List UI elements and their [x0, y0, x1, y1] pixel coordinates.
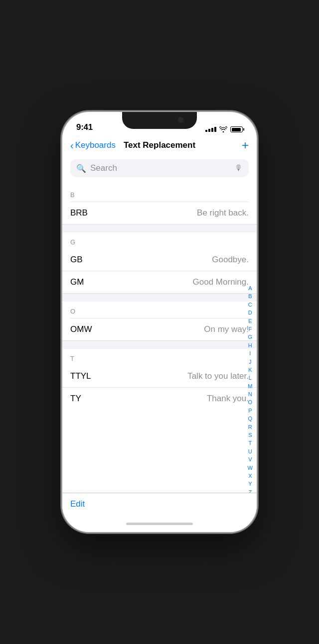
back-button[interactable]: ‹ Keyboards — [70, 140, 116, 150]
phrase-label: Be right back. — [197, 208, 249, 218]
index-letter-p[interactable]: P — [248, 407, 252, 415]
index-letter-i[interactable]: I — [249, 350, 251, 357]
index-letter-g[interactable]: G — [248, 333, 253, 341]
search-input[interactable]: Search — [90, 163, 231, 173]
status-time: 9:41 — [76, 122, 93, 132]
nav-header: ‹ Keyboards Text Replacement + — [62, 135, 257, 155]
signal-bars-icon — [205, 127, 216, 132]
page-title: Text Replacement — [124, 140, 195, 150]
home-indicator — [62, 515, 257, 532]
index-letter-l[interactable]: L — [249, 374, 252, 382]
empty-space — [62, 410, 257, 493]
index-letter-u[interactable]: U — [248, 448, 252, 455]
phrase-label: On my way! — [204, 324, 249, 334]
status-bar: 9:41 — [62, 112, 257, 135]
bottom-toolbar: Edit — [62, 493, 257, 515]
index-letter-h[interactable]: H — [248, 342, 252, 349]
section-header-o: O — [62, 302, 257, 318]
index-letter-r[interactable]: R — [248, 424, 252, 431]
phrase-label: Talk to you later. — [187, 371, 249, 381]
shortcut-label: GM — [70, 277, 84, 287]
edit-button[interactable]: Edit — [70, 499, 85, 509]
table-row[interactable]: OMWOn my way! — [62, 319, 257, 341]
index-letter-w[interactable]: W — [248, 464, 253, 472]
section-gap — [62, 341, 257, 349]
section-gap — [62, 294, 257, 302]
index-letter-o[interactable]: O — [248, 399, 253, 406]
index-letter-b[interactable]: B — [248, 293, 252, 300]
index-letter-s[interactable]: S — [248, 431, 252, 439]
battery-icon — [230, 126, 243, 132]
index-letter-k[interactable]: K — [248, 366, 252, 374]
index-letter-a[interactable]: A — [248, 285, 252, 292]
microphone-icon[interactable]: 🎙 — [235, 164, 243, 173]
screen-content: 9:41 — [62, 112, 257, 532]
index-letter-z[interactable]: Z — [248, 489, 252, 493]
notch — [122, 112, 197, 129]
main-content: BBRBBe right back.GGBGoodbye.GMGood Morn… — [62, 185, 257, 493]
shortcut-label: BRB — [70, 208, 88, 218]
battery-fill — [232, 128, 241, 131]
back-label: Keyboards — [75, 140, 116, 150]
phrase-label: Thank you. — [207, 394, 249, 404]
wifi-icon — [219, 126, 227, 132]
shortcut-label: TY — [70, 394, 81, 404]
notch-dot — [178, 117, 184, 123]
index-letter-f[interactable]: F — [248, 325, 252, 333]
section-header-t: T — [62, 349, 257, 365]
index-letter-v[interactable]: V — [248, 456, 252, 463]
shortcut-label: OMW — [70, 324, 92, 334]
index-letter-n[interactable]: N — [248, 391, 252, 398]
index-letter-q[interactable]: Q — [248, 415, 253, 423]
search-icon: 🔍 — [76, 164, 86, 173]
sections-container: BBRBBe right back.GGBGoodbye.GMGood Morn… — [62, 185, 257, 410]
index-letter-d[interactable]: D — [248, 309, 252, 317]
index-letter-j[interactable]: J — [249, 358, 252, 366]
phrase-label: Goodbye. — [212, 255, 249, 265]
table-row[interactable]: BRBBe right back. — [62, 202, 257, 224]
table-row[interactable]: TYThank you. — [62, 388, 257, 410]
section-gap — [62, 224, 257, 232]
index-letter-x[interactable]: X — [248, 472, 252, 480]
index-letter-c[interactable]: C — [248, 301, 252, 309]
phone-frame: 9:41 — [62, 112, 257, 532]
add-button[interactable]: + — [242, 139, 249, 151]
back-chevron-icon: ‹ — [70, 140, 74, 150]
index-letter-m[interactable]: M — [248, 383, 252, 390]
table-row[interactable]: GBGoodbye. — [62, 249, 257, 271]
section-header-g: G — [62, 232, 257, 249]
phrase-label: Good Morning. — [193, 277, 249, 287]
section-header-b: B — [62, 185, 257, 202]
shortcut-label: GB — [70, 255, 83, 265]
index-letter-t[interactable]: T — [248, 439, 252, 447]
shortcut-label: TTYL — [70, 371, 91, 381]
index-letter-y[interactable]: Y — [248, 480, 252, 488]
index-sidebar: ABCDEFGHIJKLMNOPQRSTUVWXYZ# — [248, 285, 253, 493]
list-scroll[interactable]: BBRBBe right back.GGBGoodbye.GMGood Morn… — [62, 185, 257, 493]
table-row[interactable]: TTYLTalk to you later. — [62, 365, 257, 388]
table-row[interactable]: GMGood Morning. — [62, 271, 257, 294]
index-letter-e[interactable]: E — [248, 318, 252, 325]
status-icons — [205, 126, 243, 132]
home-indicator-bar — [126, 523, 193, 525]
search-bar[interactable]: 🔍 Search 🎙 — [70, 159, 249, 177]
